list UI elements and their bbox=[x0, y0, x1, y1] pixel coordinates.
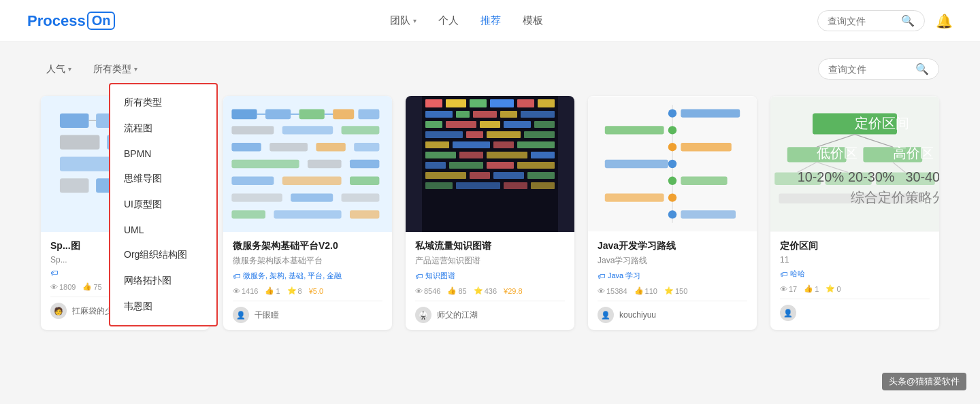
nav-team[interactable]: 团队 ▾ bbox=[390, 14, 416, 27]
filter-search-input[interactable] bbox=[828, 64, 910, 75]
nav-personal[interactable]: 个人 bbox=[438, 14, 459, 27]
views-stat: 👁 1416 bbox=[233, 287, 258, 295]
stars-stat: ⭐ 436 bbox=[474, 286, 497, 295]
svg-rect-47 bbox=[538, 99, 555, 107]
svg-rect-59 bbox=[466, 131, 483, 138]
svg-rect-85 bbox=[681, 109, 740, 117]
svg-rect-40 bbox=[350, 210, 379, 218]
card-4-info: Java开发学习路线 Java学习路线 🏷 Java 学习 👁 15384 👍 … bbox=[588, 232, 757, 330]
svg-rect-53 bbox=[425, 121, 442, 128]
dropdown-item-flowchart[interactable]: 流程图 bbox=[110, 116, 216, 141]
card-5[interactable]: 定价区间 低价区 高价区 10-20% 20-30% 30-40% bbox=[770, 96, 939, 330]
svg-point-96 bbox=[668, 210, 676, 218]
dropdown-item-orgchart[interactable]: Org组织结构图 bbox=[110, 242, 216, 268]
svg-rect-66 bbox=[425, 152, 456, 158]
svg-rect-89 bbox=[681, 143, 731, 151]
card-2-subtitle: 微服务架构版本基础平台 bbox=[233, 255, 382, 267]
svg-rect-18 bbox=[358, 109, 379, 119]
svg-rect-25 bbox=[231, 143, 261, 151]
bell-icon[interactable]: 🔔 bbox=[936, 13, 953, 29]
filter-search-box[interactable]: 🔍 bbox=[818, 58, 939, 80]
header: Process On 团队 ▾ 个人 推荐 模板 🔍 🔔 bbox=[0, 0, 980, 42]
dropdown-item-uiprototype[interactable]: UI原型图 bbox=[110, 192, 216, 218]
dropdown-item-uml[interactable]: UML bbox=[110, 218, 216, 242]
svg-rect-15 bbox=[265, 109, 291, 119]
dropdown-item-networktopo[interactable]: 网络拓扑图 bbox=[110, 268, 216, 294]
chevron-down-icon: ▾ bbox=[134, 65, 137, 73]
nav-recommend[interactable]: 推荐 bbox=[480, 14, 501, 27]
dropdown-item-venn[interactable]: 韦恩图 bbox=[110, 294, 216, 320]
card-3[interactable]: 私域流量知识图谱 产品运营知识图谱 🏷 知识图谱 👁 8546 👍 85 ⭐ 4… bbox=[406, 96, 574, 330]
svg-rect-49 bbox=[456, 111, 470, 118]
svg-rect-39 bbox=[274, 210, 341, 218]
svg-rect-65 bbox=[517, 141, 555, 148]
card-4-title: Java开发学习路线 bbox=[598, 240, 747, 252]
card-5-subtitle: 11 bbox=[780, 255, 930, 265]
nav-templates[interactable]: 模板 bbox=[523, 14, 543, 27]
svg-rect-50 bbox=[473, 111, 497, 118]
svg-rect-91 bbox=[605, 160, 668, 168]
card-4-footer: 👤 kouchiyuu bbox=[598, 301, 747, 323]
likes-stat: 👍 85 bbox=[447, 286, 466, 295]
card-3-stats: 👁 8546 👍 85 ⭐ 436 ¥29.8 bbox=[415, 286, 565, 295]
logo[interactable]: Process On bbox=[27, 12, 115, 30]
card-3-thumbnail bbox=[406, 96, 574, 232]
svg-rect-72 bbox=[487, 162, 514, 169]
svg-text:定价区间: 定价区间 bbox=[855, 116, 909, 131]
likes-stat: 👍 1 bbox=[265, 286, 280, 295]
search-icon: 🔍 bbox=[901, 14, 915, 27]
dropdown-item-bpmn[interactable]: BPMN bbox=[110, 141, 216, 166]
svg-rect-69 bbox=[531, 152, 555, 158]
views-stat: 👁 1809 bbox=[50, 283, 76, 291]
svg-rect-57 bbox=[534, 121, 555, 128]
popularity-filter[interactable]: 人气 ▾ bbox=[41, 61, 77, 78]
svg-point-90 bbox=[668, 160, 676, 168]
svg-rect-35 bbox=[231, 193, 282, 201]
search-icon: 🔍 bbox=[915, 63, 929, 75]
card-3-title: 私域流量知识图谱 bbox=[415, 240, 565, 252]
svg-rect-51 bbox=[500, 111, 517, 118]
svg-rect-56 bbox=[504, 121, 531, 128]
svg-rect-31 bbox=[350, 160, 379, 168]
svg-point-88 bbox=[668, 143, 676, 151]
card-3-info: 私域流量知识图谱 产品运营知识图谱 🏷 知识图谱 👁 8546 👍 85 ⭐ 4… bbox=[406, 232, 574, 330]
card-2-title: 微服务架构基础平台V2.0 bbox=[233, 240, 382, 252]
card-5-tags: 🏷 哈哈 bbox=[780, 269, 930, 279]
svg-rect-37 bbox=[342, 193, 380, 201]
type-filter[interactable]: 所有类型 ▾ bbox=[88, 61, 143, 78]
dropdown-item-mindmap[interactable]: 思维导图 bbox=[110, 166, 216, 192]
svg-rect-67 bbox=[459, 152, 483, 158]
card-2[interactable]: 微服务架构基础平台V2.0 微服务架构版本基础平台 🏷 微服务, 架构, 基础,… bbox=[223, 96, 392, 330]
tag-icon: 🏷 bbox=[233, 272, 240, 280]
card-3-avatar: 🥋 bbox=[415, 307, 431, 323]
views-stat: 👁 8546 bbox=[415, 287, 440, 295]
svg-point-86 bbox=[668, 126, 676, 134]
svg-rect-30 bbox=[308, 160, 342, 168]
main-content: 人气 ▾ 所有类型 ▾ 所有类型 流程图 BPMN 思维导图 UI原型图 UML… bbox=[0, 42, 980, 346]
card-4-avatar: 👤 bbox=[598, 307, 614, 323]
card-4[interactable]: Java开发学习路线 Java学习路线 🏷 Java 学习 👁 15384 👍 … bbox=[588, 96, 757, 330]
header-search-input[interactable] bbox=[828, 16, 896, 27]
svg-rect-29 bbox=[231, 160, 299, 168]
svg-text:30-40%: 30-40% bbox=[905, 169, 939, 184]
svg-rect-80 bbox=[504, 182, 527, 189]
header-search[interactable]: 🔍 bbox=[817, 10, 925, 31]
svg-rect-58 bbox=[425, 131, 463, 138]
logo-text: Process bbox=[27, 12, 86, 30]
card-3-tags: 🏷 知识图谱 bbox=[415, 271, 565, 281]
svg-rect-97 bbox=[681, 210, 736, 218]
card-1-avatar: 🧑 bbox=[50, 303, 67, 319]
dropdown-item-all[interactable]: 所有类型 bbox=[110, 90, 216, 116]
card-2-thumbnail bbox=[223, 96, 392, 232]
svg-rect-75 bbox=[470, 172, 490, 179]
card-3-footer: 🥋 师父的江湖 bbox=[415, 301, 565, 323]
svg-rect-44 bbox=[470, 99, 487, 107]
card-5-info: 定价区间 11 🏷 哈哈 👁 17 👍 1 ⭐ 0 👤 bbox=[770, 232, 939, 328]
svg-rect-76 bbox=[493, 172, 524, 179]
svg-rect-22 bbox=[231, 126, 274, 134]
svg-rect-33 bbox=[282, 177, 342, 185]
svg-rect-32 bbox=[231, 177, 274, 185]
tag-icon: 🏷 bbox=[780, 270, 787, 278]
svg-rect-68 bbox=[487, 152, 527, 158]
likes-stat: 👍 75 bbox=[82, 282, 101, 291]
